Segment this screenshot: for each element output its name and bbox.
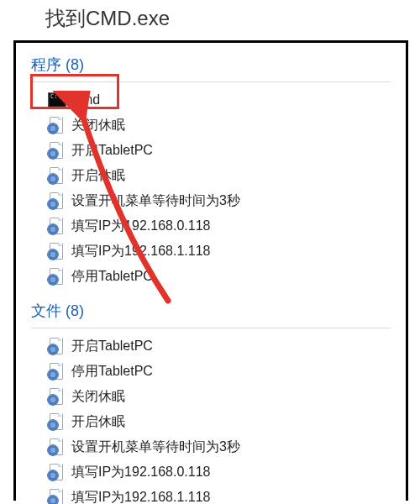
result-label: 开启TabletPC — [71, 141, 153, 160]
search-results-window: 程序 (8) cmd 关闭休眠 开启TabletPC 开启休眠 设置开机菜单等待… — [13, 40, 408, 501]
result-item[interactable]: 停用TabletPC — [16, 359, 406, 384]
result-label: 填写IP为192.168.0.118 — [71, 463, 210, 481]
result-item[interactable]: 填写IP为192.168.0.118 — [16, 213, 406, 239]
result-label: 停用TabletPC — [71, 362, 153, 381]
result-label: 填写IP为192.168.0.118 — [71, 217, 210, 235]
result-item[interactable]: 填写IP为192.168.0.118 — [16, 459, 406, 485]
settings-file-icon — [48, 117, 63, 134]
result-item[interactable]: 开启TabletPC — [16, 333, 406, 359]
settings-file-icon — [48, 489, 63, 504]
result-item-cmd[interactable]: cmd — [16, 87, 406, 113]
result-label: 开启休眠 — [71, 412, 125, 431]
result-label: 开启休眠 — [71, 166, 125, 185]
result-label: 关闭休眠 — [71, 387, 125, 406]
result-label: 设置开机菜单等待时间为3秒 — [71, 192, 240, 210]
settings-file-icon — [48, 218, 63, 234]
result-item[interactable]: 关闭休眠 — [16, 113, 406, 138]
section-header-programs: 程序 (8) — [16, 48, 406, 80]
result-item[interactable]: 填写IP为192.168.1.118 — [16, 485, 406, 504]
settings-file-icon — [48, 388, 63, 405]
result-item[interactable]: 开启休眠 — [16, 163, 406, 188]
settings-file-icon — [48, 438, 63, 455]
result-label: cmd — [75, 91, 100, 109]
section-header-files: 文件 (8) — [16, 289, 406, 326]
settings-file-icon — [48, 338, 63, 354]
settings-file-icon — [48, 464, 63, 480]
result-item[interactable]: 停用TabletPC — [16, 264, 406, 289]
result-label: 设置开机菜单等待时间为3秒 — [71, 438, 240, 456]
settings-file-icon — [48, 243, 63, 260]
result-item[interactable]: 设置开机菜单等待时间为3秒 — [16, 434, 406, 459]
cmd-icon — [48, 92, 66, 108]
result-item[interactable]: 关闭休眠 — [16, 384, 406, 409]
settings-file-icon — [48, 142, 63, 159]
result-item[interactable]: 开启休眠 — [16, 409, 406, 434]
settings-file-icon — [48, 268, 63, 285]
result-label: 填写IP为192.168.1.118 — [71, 488, 210, 504]
instruction-caption: 找到CMD.exe — [0, 0, 420, 40]
result-label: 开启TabletPC — [71, 337, 153, 355]
result-item[interactable]: 填写IP为192.168.1.118 — [16, 239, 406, 264]
settings-file-icon — [48, 363, 63, 380]
divider — [31, 81, 391, 82]
result-label: 停用TabletPC — [71, 267, 153, 286]
result-label: 关闭休眠 — [71, 116, 125, 134]
result-label: 填写IP为192.168.1.118 — [71, 242, 210, 260]
settings-file-icon — [48, 192, 63, 209]
settings-file-icon — [48, 413, 63, 430]
settings-file-icon — [48, 167, 63, 184]
divider — [31, 328, 391, 328]
result-item[interactable]: 开启TabletPC — [16, 138, 406, 163]
result-item[interactable]: 设置开机菜单等待时间为3秒 — [16, 188, 406, 213]
